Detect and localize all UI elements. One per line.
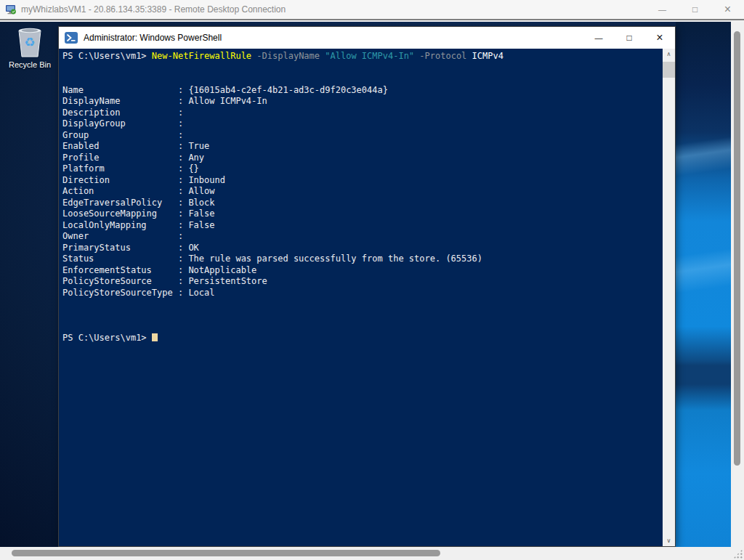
powershell-maximize-button[interactable]: □ [614,27,644,49]
scroll-down-icon[interactable]: ∨ [663,535,675,546]
console-line: EnforcementStatus : NotApplicable [62,265,663,277]
console-line: DisplayGroup : [62,118,663,130]
console-line: Direction : Inbound [62,175,663,187]
rdp-close-button[interactable]: × [711,0,744,19]
console-line: LocalOnlyMapping : False [62,220,663,232]
console-line: PrimaryStatus : OK [62,243,663,254]
console-line: PS C:\Users\vm1> New-NetFirewallRule -Di… [62,51,663,62]
console-line: Owner : [62,231,663,243]
terminal-cursor [152,333,158,341]
console-line: DisplayName : Allow ICMPv4-In [62,96,663,107]
console-line: Profile : Any [62,153,663,164]
console-line: PolicyStoreSource : PersistentStore [62,276,663,288]
scroll-up-icon[interactable]: ∧ [663,49,675,60]
recycle-bin[interactable]: ♻ Recycle Bin [6,25,54,69]
rdp-titlebar[interactable]: myWhizlabsVM1 - 20.86.134.35:3389 - Remo… [0,0,744,20]
powershell-window: Administrator: Windows PowerShell — □ × … [58,26,676,547]
rdp-maximize-button[interactable]: □ [679,0,711,19]
console-line: Status : The rule was parsed successfull… [62,253,663,265]
console-line [62,299,663,310]
rdp-vertical-scrollbar[interactable] [731,22,744,547]
powershell-minimize-button[interactable]: — [583,27,614,49]
wallpaper-light-beams [676,22,731,547]
rdp-window-title: myWhizlabsVM1 - 20.86.134.35:3389 - Remo… [21,4,646,15]
console-line: LooseSourceMapping : False [62,208,663,220]
powershell-icon [65,32,78,44]
console-line [62,321,663,333]
powershell-titlebar[interactable]: Administrator: Windows PowerShell — □ × [59,27,675,49]
powershell-scrollbar[interactable]: ∧ ∨ [663,49,675,546]
console-line: Action : Allow [62,186,663,198]
console-line: Name : {16015ab4-c2ef-4b21-ad3c-d9f20c3e… [62,85,663,97]
console-line [62,310,663,322]
remote-desktop-viewport: ♻ Recycle Bin Administrator: Windows Pow… [0,22,731,547]
console-line: Description : [62,107,663,119]
console-output[interactable]: PS C:\Users\vm1> New-NetFirewallRule -Di… [59,49,663,546]
powershell-scrollbar-thumb[interactable] [663,62,675,78]
console-line: PS C:\Users\vm1> [62,333,663,344]
recycle-bin-label: Recycle Bin [6,60,54,69]
powershell-window-title: Administrator: Windows PowerShell [84,33,583,43]
console-line: Group : [62,130,663,142]
resize-grip-icon [733,549,743,559]
console-line: PolicyStoreSourceType : Local [62,288,663,299]
console-line: Platform : {} [62,163,663,175]
console-line [62,73,663,85]
console-line: Enabled : True [62,141,663,153]
rdp-vertical-scrollbar-thumb[interactable] [734,31,740,466]
rdp-horizontal-scrollbar[interactable] [0,547,731,560]
console-line [62,62,663,74]
rdp-horizontal-scrollbar-thumb[interactable] [12,550,440,556]
rdp-icon [5,4,17,15]
console-line: EdgeTraversalPolicy : Block [62,198,663,209]
rdp-resize-corner[interactable] [731,547,744,560]
recycle-symbol-icon: ♻ [24,36,35,49]
powershell-close-button[interactable]: × [644,27,675,49]
rdp-minimize-button[interactable]: — [646,0,679,19]
